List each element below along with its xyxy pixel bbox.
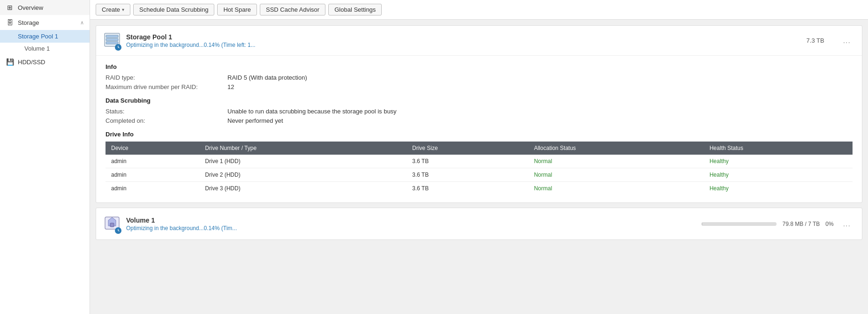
drive-info-section-title: Drive Info — [106, 131, 853, 138]
cell-allocation: Normal — [528, 182, 704, 195]
create-button-label: Create — [102, 6, 120, 13]
volume-progress-fill — [702, 222, 702, 226]
col-allocation-status: Allocation Status — [528, 142, 704, 155]
table-row: admin Drive 2 (HDD) 3.6 TB Normal Health… — [106, 168, 853, 182]
drive-table: Device Drive Number / Type Drive Size Al… — [106, 142, 853, 195]
scrubbing-completed-label: Completed on: — [106, 117, 227, 124]
col-health-status: Health Status — [704, 142, 853, 155]
col-drive-size: Drive Size — [407, 142, 528, 155]
volume-icon — [104, 215, 121, 233]
cell-health: Healthy — [704, 168, 853, 182]
global-settings-label: Global Settings — [334, 6, 376, 13]
collapse-icon: ∧ — [80, 20, 84, 26]
info-section-title: Info — [106, 63, 853, 70]
svg-rect-1 — [106, 35, 118, 37]
cell-health: Healthy — [704, 182, 853, 195]
volume-progress-bar — [702, 222, 777, 226]
info-max-drive-label: Maximum drive number per RAID: — [106, 83, 227, 90]
sidebar-item-storage-pool-1[interactable]: Storage Pool 1 — [0, 30, 90, 43]
sidebar-volume-1-label: Volume 1 — [24, 45, 50, 52]
hdd-ssd-icon: 💾 — [6, 58, 14, 66]
sidebar: ⊞ Overview 🗄 Storage ∧ Storage Pool 1 Vo… — [0, 0, 90, 314]
scrubbing-completed-value: Never performed yet — [227, 117, 283, 124]
sidebar-item-storage-label: Storage — [18, 19, 39, 26]
ssd-cache-advisor-label: SSD Cache Advisor — [266, 6, 319, 13]
table-row: admin Drive 1 (HDD) 3.6 TB Normal Health… — [106, 155, 853, 168]
schedule-scrubbing-button[interactable]: Schedule Data Scrubbing — [133, 4, 214, 15]
scrubbing-status: Status: Unable to run data scrubbing bec… — [106, 108, 853, 115]
create-button[interactable]: Create ▾ — [96, 4, 130, 15]
sidebar-item-storage[interactable]: 🗄 Storage ∧ — [0, 15, 90, 30]
storage-icon: 🗄 — [6, 19, 14, 26]
svg-rect-3 — [106, 42, 118, 44]
sidebar-item-overview-label: Overview — [18, 4, 43, 11]
cell-size: 3.6 TB — [407, 182, 528, 195]
volume-info: Volume 1 Optimizing in the background...… — [126, 217, 696, 232]
cell-size: 3.6 TB — [407, 168, 528, 182]
info-raid-type: RAID type: RAID 5 (With data protection) — [106, 74, 853, 81]
overview-icon: ⊞ — [6, 4, 14, 11]
volume-card-header: Volume 1 Optimizing in the background...… — [96, 208, 862, 239]
volume-percent: 0% — [825, 221, 833, 227]
info-raid-type-value: RAID 5 (With data protection) — [227, 74, 307, 81]
table-row: admin Drive 3 (HDD) 3.6 TB Normal Health… — [106, 182, 853, 195]
volume-card: Volume 1 Optimizing in the background...… — [96, 208, 862, 240]
hot-spare-button[interactable]: Hot Spare — [217, 4, 257, 15]
main-area: Create ▾ Schedule Data Scrubbing Hot Spa… — [90, 0, 868, 314]
cell-device: admin — [106, 155, 199, 168]
hot-spare-label: Hot Spare — [223, 6, 251, 13]
cell-device: admin — [106, 182, 199, 195]
storage-pool-badge — [115, 44, 121, 51]
global-settings-button[interactable]: Global Settings — [328, 4, 382, 15]
cell-size: 3.6 TB — [407, 155, 528, 168]
cell-health: Healthy — [704, 155, 853, 168]
cell-allocation: Normal — [528, 155, 704, 168]
cell-allocation: Normal — [528, 168, 704, 182]
scrubbing-section-title: Data Scrubbing — [106, 97, 853, 104]
cell-drive: Drive 3 (HDD) — [199, 182, 407, 195]
ssd-cache-advisor-button[interactable]: SSD Cache Advisor — [260, 4, 325, 15]
storage-pool-menu[interactable]: ... — [839, 35, 854, 47]
info-max-drive: Maximum drive number per RAID: 12 — [106, 83, 853, 90]
volume-size-text: 79.8 MB / 7 TB — [782, 221, 820, 227]
storage-pool-size: 7.3 TB — [807, 37, 834, 44]
col-device: Device — [106, 142, 199, 155]
svg-rect-2 — [106, 38, 118, 41]
cell-drive: Drive 2 (HDD) — [199, 168, 407, 182]
volume-subtitle[interactable]: Optimizing in the background...0.14% (Ti… — [126, 225, 696, 232]
col-drive-type: Drive Number / Type — [199, 142, 407, 155]
storage-pool-title: Storage Pool 1 — [126, 33, 801, 41]
sidebar-storage-pool-1-label: Storage Pool 1 — [18, 33, 58, 40]
storage-pool-body: Info RAID type: RAID 5 (With data protec… — [96, 56, 862, 202]
storage-pool-info: Storage Pool 1 Optimizing in the backgro… — [126, 33, 801, 48]
scrubbing-status-label: Status: — [106, 108, 227, 115]
scrubbing-status-value: Unable to run data scrubbing because the… — [227, 108, 397, 115]
sidebar-item-volume-1[interactable]: Volume 1 — [0, 43, 90, 54]
schedule-scrubbing-label: Schedule Data Scrubbing — [139, 6, 208, 13]
scrubbing-completed: Completed on: Never performed yet — [106, 117, 853, 124]
info-max-drive-value: 12 — [227, 83, 234, 90]
content-area: Storage Pool 1 Optimizing in the backgro… — [90, 20, 868, 314]
sidebar-item-hdd-ssd[interactable]: 💾 HDD/SSD — [0, 54, 90, 69]
sidebar-item-overview[interactable]: ⊞ Overview — [0, 0, 90, 15]
svg-rect-6 — [110, 223, 114, 227]
cell-drive: Drive 1 (HDD) — [199, 155, 407, 168]
volume-menu[interactable]: ... — [839, 218, 854, 230]
volume-badge — [115, 227, 121, 234]
cell-device: admin — [106, 168, 199, 182]
storage-pool-subtitle[interactable]: Optimizing in the background...0.14% (Ti… — [126, 42, 801, 48]
sidebar-item-hdd-ssd-label: HDD/SSD — [18, 59, 45, 66]
sidebar-storage-section: 🗄 Storage ∧ Storage Pool 1 Volume 1 — [0, 15, 90, 54]
info-raid-type-label: RAID type: — [106, 74, 227, 81]
storage-pool-icon — [104, 31, 121, 50]
volume-title: Volume 1 — [126, 217, 696, 224]
create-arrow-icon: ▾ — [122, 7, 124, 12]
toolbar: Create ▾ Schedule Data Scrubbing Hot Spa… — [90, 0, 868, 20]
storage-pool-header: Storage Pool 1 Optimizing in the backgro… — [96, 26, 862, 56]
storage-pool-card: Storage Pool 1 Optimizing in the backgro… — [96, 25, 862, 203]
volume-progress-section: 79.8 MB / 7 TB 0% — [702, 221, 833, 227]
